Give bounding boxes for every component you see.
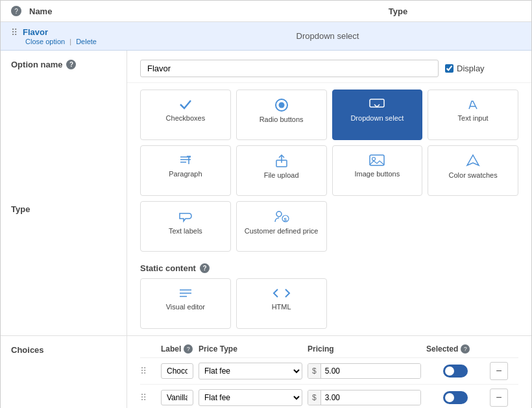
option-name-help[interactable]: ? <box>66 60 76 69</box>
display-label: Display <box>457 64 485 73</box>
image-buttons-type-label: Image buttons <box>355 170 400 178</box>
static-html[interactable]: HTML <box>236 278 327 329</box>
type-checkboxes[interactable]: Checkboxes <box>140 90 231 140</box>
type-file-upload[interactable]: File upload <box>236 145 327 196</box>
type-radio[interactable]: Radio buttons <box>236 90 327 140</box>
dropdown-svg-icon <box>369 98 385 111</box>
static-content-label: Static content <box>140 263 196 273</box>
label-help-icon[interactable]: ? <box>184 344 193 354</box>
type-text-labels[interactable]: Text labels <box>140 201 231 252</box>
header-name-col: Name <box>29 6 275 16</box>
static-visual-editor[interactable]: Visual editor <box>140 278 231 329</box>
file-upload-type-label: File upload <box>264 171 299 179</box>
display-checkbox[interactable] <box>445 64 453 73</box>
radio-svg-icon <box>274 98 289 112</box>
drag-icon[interactable]: ⠿ <box>11 27 18 38</box>
text-input-type-label: Text input <box>458 114 489 122</box>
choices-label: Choices <box>11 345 44 355</box>
type-section-label-left: Type <box>11 204 30 214</box>
color-swatches-type-label: Color swatches <box>449 171 498 179</box>
row1-toggle[interactable] <box>443 365 468 378</box>
image-buttons-svg-icon <box>369 154 385 167</box>
row1-label-input[interactable] <box>161 363 193 379</box>
row2-price-type[interactable]: Flat fee No cost Percentage <box>199 389 302 406</box>
close-option-link[interactable]: Close option <box>25 38 65 45</box>
row2-toggle[interactable] <box>443 391 468 404</box>
row1-price-type[interactable]: Flat fee No cost Percentage <box>199 363 302 379</box>
file-upload-svg-icon <box>274 154 289 168</box>
choices-col-selected: Selected <box>426 344 458 354</box>
row2-label-input[interactable] <box>161 390 193 405</box>
row2-remove-btn[interactable]: − <box>490 389 508 407</box>
type-dropdown[interactable]: Dropdown select <box>332 90 423 140</box>
row1-price-input[interactable] <box>321 364 420 378</box>
checkboxes-type-label: Checkboxes <box>166 114 206 122</box>
paragraph-svg-icon <box>178 154 193 167</box>
row2-price-input[interactable] <box>321 390 420 405</box>
header-question-icon[interactable]: ? <box>11 6 21 16</box>
choices-col-pricing: Pricing <box>308 344 334 354</box>
customer-price-type-label: Customer defined price <box>245 227 319 235</box>
radio-type-label: Radio buttons <box>260 115 304 123</box>
html-svg-icon <box>272 287 291 300</box>
selected-type-label: Dropdown select <box>134 31 521 41</box>
customer-price-svg-icon: $ <box>273 210 290 224</box>
svg-point-11 <box>372 158 376 161</box>
color-swatches-svg-icon <box>466 154 480 168</box>
paragraph-type-label: Paragraph <box>169 170 202 178</box>
svg-text:$: $ <box>284 217 287 222</box>
row2-dollar-sign: $ <box>308 390 321 405</box>
choices-col-label: Label <box>161 344 181 354</box>
type-customer-price[interactable]: $ Customer defined price <box>236 201 327 252</box>
row1-remove-btn[interactable]: − <box>490 362 508 380</box>
text-input-svg-icon <box>466 98 480 111</box>
text-labels-type-label: Text labels <box>169 227 202 235</box>
delete-link[interactable]: Delete <box>76 38 97 45</box>
choices-col-price-type: Price Type <box>199 344 237 354</box>
option-name-section-label: Option name <box>11 60 62 69</box>
type-color-swatches[interactable]: Color swatches <box>428 145 518 196</box>
visual-editor-svg-icon <box>178 287 193 300</box>
visual-editor-label: Visual editor <box>166 303 205 311</box>
row1-drag[interactable]: ⠿ <box>140 366 156 376</box>
static-help-icon[interactable]: ? <box>200 263 210 273</box>
type-image-buttons[interactable]: Image buttons <box>332 145 423 196</box>
type-paragraph[interactable]: Paragraph <box>140 145 231 196</box>
text-labels-svg-icon <box>178 210 193 224</box>
row1-dollar-sign: $ <box>308 364 321 378</box>
row2-drag[interactable]: ⠿ <box>140 392 156 403</box>
selected-help-icon[interactable]: ? <box>461 344 470 354</box>
svg-point-12 <box>276 211 282 217</box>
html-label: HTML <box>272 303 291 311</box>
svg-rect-2 <box>370 99 384 107</box>
option-name-input[interactable] <box>140 60 439 77</box>
type-text-input[interactable]: Text input <box>428 90 518 140</box>
svg-point-1 <box>278 102 284 108</box>
header-type-col: Type <box>275 6 521 16</box>
dropdown-type-label: Dropdown select <box>350 114 404 122</box>
checkboxes-svg-icon <box>178 98 193 111</box>
flavor-option-name: Flavor <box>23 27 48 37</box>
